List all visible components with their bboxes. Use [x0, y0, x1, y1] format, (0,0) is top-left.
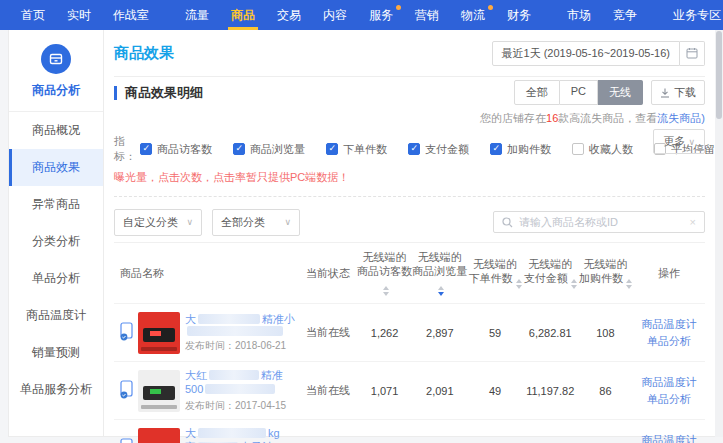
actions-cell: 商品温度计单品分析 — [633, 432, 705, 443]
metric-checkbox-下单件数[interactable]: 下单件数 — [326, 142, 387, 157]
metric-checkbox-加购件数[interactable]: 加购件数 — [490, 142, 551, 157]
product-name-link[interactable]: 大kg — [185, 426, 299, 440]
nav-item-市场[interactable]: 市场 — [556, 0, 602, 30]
tab-无线[interactable]: 无线 — [598, 80, 643, 105]
sort-icon — [438, 286, 444, 296]
product-name-text: kg — [268, 426, 280, 440]
column-header-支付金额[interactable]: 无线端的支付金额 — [523, 257, 578, 289]
chevron-down-icon: ∨ — [688, 137, 695, 147]
scrollbar-track — [715, 30, 723, 437]
sidebar-item-商品概况[interactable]: 商品概况 — [9, 112, 103, 149]
column-header-加购件数[interactable]: 无线端的加购件数 — [578, 257, 633, 289]
thumbnail-screen — [150, 331, 161, 336]
sidebar-item-单品分析[interactable]: 单品分析 — [9, 260, 103, 297]
calendar-button[interactable] — [680, 41, 705, 66]
sidebar: 商品分析 商品概况商品效果异常商品分类分析单品分析商品温度计销量预测单品服务分析 — [8, 30, 104, 437]
column-header-商品访客数[interactable]: 无线端的商品访客数 — [357, 250, 412, 296]
metric-checkbox-商品访客数[interactable]: 商品访客数 — [140, 142, 212, 157]
mobile-verified-icon — [120, 380, 133, 401]
column-header-商品名称: 商品名称 — [114, 266, 299, 280]
sort-up-arrow — [383, 286, 389, 290]
chevron-down-icon: ∨ — [284, 217, 291, 227]
section-title: 商品效果明细 — [114, 86, 203, 100]
notice-text: 款高流失商品，查看 — [558, 112, 657, 124]
nav-item-服务[interactable]: 服务 — [358, 0, 404, 30]
action-link-商品温度计[interactable]: 商品温度计 — [633, 316, 705, 333]
column-header-line2: 支付金额 — [523, 271, 578, 289]
product-thumbnail[interactable] — [138, 370, 180, 412]
tab-全部[interactable]: 全部 — [514, 80, 560, 105]
scrollbar-thumb[interactable] — [716, 31, 722, 119]
nav-item-营销[interactable]: 营销 — [404, 0, 450, 30]
nav-item-竞争[interactable]: 竞争 — [602, 0, 648, 30]
value-cell: 2,897 — [412, 327, 467, 339]
sidebar-item-商品温度计[interactable]: 商品温度计 — [9, 297, 103, 334]
product-info: 大精准小发布时间：2018-06-21 — [185, 312, 299, 353]
checkbox-icon — [572, 143, 584, 155]
page-title: 商品效果 — [114, 44, 174, 63]
value-cell: 2,091 — [412, 385, 467, 397]
actions-cell: 商品温度计单品分析 — [633, 374, 705, 408]
product-thumbnail[interactable] — [138, 312, 180, 354]
metric-checkbox-商品浏览量[interactable]: 商品浏览量 — [233, 142, 305, 157]
all-category-select[interactable]: 全部分类∨ — [212, 209, 300, 236]
sidebar-item-单品服务分析[interactable]: 单品服务分析 — [9, 371, 103, 408]
product-search-input[interactable] — [519, 216, 684, 228]
product-name-link[interactable]: 大精准小 — [185, 312, 299, 326]
sidebar-item-分类分析[interactable]: 分类分析 — [9, 223, 103, 260]
nav-item-内容[interactable]: 内容 — [312, 0, 358, 30]
sort-up-arrow — [571, 279, 577, 283]
product-info: 大红精准500发布时间：2017-04-15 — [185, 368, 299, 413]
metric-toggles: 指标： 商品访客数商品浏览量下单件数支付金额加购件数收藏人数平均停留时长 更多 … — [114, 134, 705, 164]
action-link-商品温度计[interactable]: 商品温度计 — [633, 374, 705, 391]
column-header-line2: 商品浏览量 — [412, 264, 467, 296]
churn-goods-link[interactable]: 流失商品) — [657, 112, 705, 124]
product-name-link[interactable] — [185, 326, 299, 336]
nav-item-交易[interactable]: 交易 — [266, 0, 312, 30]
nav-item-业务专区[interactable]: 业务专区 — [662, 0, 723, 30]
churn-notice: 您的店铺存在16款高流失商品，查看流失商品) — [114, 110, 705, 126]
column-header-line1: 无线端的 — [412, 250, 467, 264]
sidebar-item-销量预测[interactable]: 销量预测 — [9, 334, 103, 371]
nav-item-财务[interactable]: 财务 — [496, 0, 542, 30]
publish-date: 发布时间：2017-04-15 — [185, 399, 299, 413]
column-header-商品浏览量[interactable]: 无线端的商品浏览量 — [412, 250, 467, 296]
nav-item-实时[interactable]: 实时 — [56, 0, 102, 30]
nav-item-首页[interactable]: 首页 — [10, 0, 56, 30]
more-metrics-button[interactable]: 更多 ∨ — [653, 129, 705, 154]
product-name-link[interactable]: 大红精准 — [185, 368, 299, 382]
action-link-单品分析[interactable]: 单品分析 — [633, 391, 705, 408]
date-range-value[interactable]: 最近1天 (2019-05-16~2019-05-16) — [492, 41, 680, 66]
redacted-text — [187, 326, 283, 336]
download-icon — [660, 88, 670, 98]
action-link-单品分析[interactable]: 单品分析 — [633, 333, 705, 350]
download-button[interactable]: 下载 — [651, 80, 705, 105]
metric-checkbox-收藏人数[interactable]: 收藏人数 — [572, 142, 633, 157]
custom-category-select[interactable]: 自定义分类∨ — [114, 209, 202, 236]
main-panel: 商品效果 最近1天 (2019-05-16~2019-05-16) 商品效果明细… — [104, 30, 715, 437]
status-cell: 当前在线 — [299, 325, 357, 340]
metric-checkbox-支付金额[interactable]: 支付金额 — [408, 142, 469, 157]
product-thumbnail[interactable] — [138, 428, 180, 443]
nav-item-作战室[interactable]: 作战室 — [102, 0, 160, 30]
column-header-下单件数[interactable]: 无线端的下单件数 — [467, 257, 522, 289]
action-link-商品温度计[interactable]: 商品温度计 — [633, 432, 705, 443]
checkbox-icon — [233, 143, 245, 155]
nav-item-物流[interactable]: 物流 — [450, 0, 496, 30]
sidebar-item-商品效果[interactable]: 商品效果 — [9, 149, 103, 186]
sidebar-item-异常商品[interactable]: 异常商品 — [9, 186, 103, 223]
sort-icon — [571, 279, 577, 289]
clear-search-icon[interactable]: × — [690, 216, 696, 228]
publish-date: 发布时间：2018-06-21 — [185, 339, 299, 353]
nav-item-商品[interactable]: 商品 — [220, 0, 266, 30]
mobile-verified-icon — [120, 438, 133, 443]
product-name-link[interactable]: 500 — [185, 382, 299, 396]
column-header-line2: 商品访客数 — [357, 264, 412, 296]
column-header-line2: 下单件数 — [467, 271, 522, 289]
tab-PC[interactable]: PC — [560, 80, 598, 105]
calendar-icon — [686, 47, 698, 59]
column-header-当前状态: 当前状态 — [299, 266, 357, 280]
nav-item-流量[interactable]: 流量 — [174, 0, 220, 30]
redacted-text — [205, 384, 275, 394]
column-header-line1: 无线端的 — [523, 257, 578, 271]
